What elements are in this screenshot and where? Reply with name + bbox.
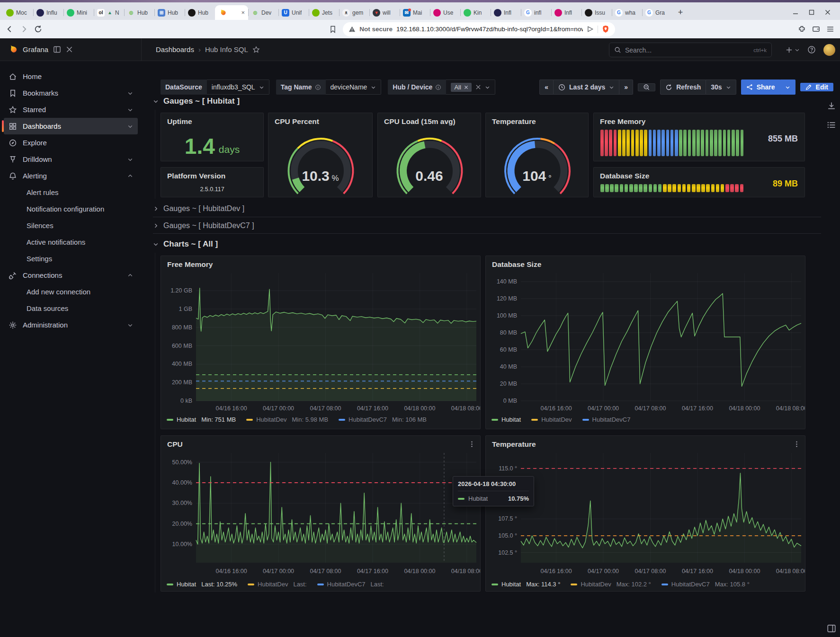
browser-tab[interactable]: ◎Hub: [124, 5, 154, 20]
sidebar-item-alert-rules[interactable]: Alert rules: [4, 184, 138, 201]
brave-shield-icon[interactable]: [602, 25, 609, 33]
browser-tab[interactable]: ◎Dev: [248, 5, 278, 20]
time-shift-back-button[interactable]: «: [539, 80, 554, 95]
sidebar-item-silences[interactable]: Silences: [4, 217, 138, 234]
legend-item-hubitatdevc7[interactable]: HubitatDevC7Last:: [317, 581, 384, 588]
section-charts-all[interactable]: Charts ~ [ All ]: [153, 239, 218, 249]
tab-close-icon[interactable]: ×: [241, 9, 245, 16]
legend-item-hubitat[interactable]: HubitatMax: 114.3 °: [491, 581, 560, 588]
add-new-button[interactable]: [786, 46, 800, 53]
export-download-icon[interactable]: [827, 101, 836, 111]
back-button[interactable]: [6, 25, 14, 33]
panel-list-icon[interactable]: [827, 120, 836, 130]
new-tab-button[interactable]: +: [674, 6, 687, 18]
sidebar-item-settings[interactable]: Settings: [4, 250, 138, 267]
dock-sidebar-icon[interactable]: [53, 45, 61, 53]
reload-button[interactable]: [34, 25, 42, 33]
browser-tab[interactable]: ᴥgem: [339, 5, 369, 20]
section-gauges-hubitat[interactable]: Gauges ~ [ Hubitat ]: [153, 97, 240, 106]
chevron-down-icon[interactable]: [127, 90, 133, 96]
sidebar-item-notification-configuration[interactable]: Notification configuration: [4, 201, 138, 217]
window-minimize-button[interactable]: [793, 9, 798, 15]
refresh-button[interactable]: Refresh: [660, 80, 706, 95]
browser-tab[interactable]: Mini: [63, 5, 94, 20]
chevron-up-icon[interactable]: [127, 273, 133, 278]
favorite-star-icon[interactable]: [252, 46, 260, 53]
browser-tab[interactable]: GGra: [642, 5, 672, 20]
legend-item-hubitatdev[interactable]: HubitatDevLast:: [248, 581, 307, 588]
time-range-picker[interactable]: Last 2 days: [554, 80, 619, 95]
hub-device-variable[interactable]: Hub / Device All: [388, 80, 495, 95]
chevron-down-icon[interactable]: [127, 322, 133, 328]
legend-item-hubitatdevc7[interactable]: HubitatDevC7Min: 106 MB: [339, 416, 427, 423]
sidebar-item-connections[interactable]: Connections: [4, 267, 138, 283]
browser-tab-active-grafana[interactable]: ×: [215, 5, 248, 20]
clear-selection-icon[interactable]: [475, 84, 481, 90]
breadcrumb-dashboards[interactable]: Dashboards: [156, 45, 194, 53]
chart-plot-cpu[interactable]: 50.00%40.00%30.00%20.00%10.00%04/16 16:0…: [161, 436, 480, 591]
sidebar-item-explore[interactable]: Explore: [4, 134, 138, 151]
edit-button[interactable]: Edit: [800, 83, 833, 91]
help-icon[interactable]: [807, 45, 816, 54]
dock-panel-right-icon[interactable]: [827, 624, 836, 633]
legend-item-hubitat[interactable]: HubitatLast: 10.25%: [167, 581, 237, 588]
grafana-logo[interactable]: [8, 44, 18, 55]
browser-tab[interactable]: Gwha: [612, 5, 642, 20]
browser-tab[interactable]: Hub: [185, 5, 215, 20]
chevron-up-icon[interactable]: [127, 173, 133, 179]
browser-tab[interactable]: Moc: [3, 5, 33, 20]
zoom-out-time-button[interactable]: [638, 83, 655, 91]
sidebar-item-active-notifications[interactable]: Active notifications: [4, 234, 138, 250]
browser-tab[interactable]: UUnif: [278, 5, 309, 20]
sidebar-item-data-sources[interactable]: Data sources: [4, 300, 138, 317]
hub-device-chip-all[interactable]: All: [451, 83, 471, 92]
browser-tab[interactable]: ✉Mai: [400, 5, 430, 20]
chevron-down-icon[interactable]: [127, 124, 133, 129]
time-shift-forward-button[interactable]: »: [619, 80, 633, 95]
send-to-device-icon[interactable]: [587, 26, 594, 33]
datasource-variable[interactable]: DataSource influxdb3_SQL: [161, 80, 269, 95]
search-input[interactable]: Search... ctrl+k: [609, 43, 772, 57]
browser-tab[interactable]: Use: [430, 5, 460, 20]
legend-item-hubitatdevc7[interactable]: HubitatDevC7: [582, 416, 631, 423]
legend-item-hubitatdev[interactable]: HubitatDev: [531, 416, 572, 423]
refresh-interval-dropdown[interactable]: 30s: [706, 80, 736, 95]
legend-item-hubitat[interactable]: HubitatMin: 751 MB: [167, 416, 236, 423]
browser-tab[interactable]: Jets: [309, 5, 339, 20]
browser-tab[interactable]: ⊞Hub: [154, 5, 185, 20]
tagname-variable[interactable]: Tag Name deviceName: [276, 80, 382, 95]
forward-button[interactable]: [20, 25, 28, 33]
user-avatar[interactable]: [823, 44, 835, 56]
wallet-icon[interactable]: [812, 25, 820, 33]
bookmark-icon[interactable]: [329, 26, 337, 33]
sidebar-item-administration[interactable]: Administration: [4, 317, 138, 333]
sidebar-item-home[interactable]: Home: [4, 68, 138, 85]
share-dropdown[interactable]: [780, 80, 795, 95]
legend-item-hubitatdev[interactable]: HubitatDevMax: 102.2 °: [571, 581, 651, 588]
chevron-down-icon[interactable]: [127, 157, 133, 162]
sidebar-item-starred[interactable]: Starred: [4, 101, 138, 118]
chevron-down-icon[interactable]: [127, 107, 133, 113]
url-field[interactable]: Not secure 192.168.1.10:3000/d/Fw9rvw47z…: [343, 22, 615, 36]
sidebar-item-alerting[interactable]: Alerting: [4, 168, 138, 184]
browser-tab[interactable]: Infl: [491, 5, 521, 20]
sidebar-item-bookmarks[interactable]: Bookmarks: [4, 85, 138, 101]
close-menu-icon[interactable]: [66, 46, 73, 53]
sidebar-item-drilldown[interactable]: Drilldown: [4, 151, 138, 168]
sidebar-item-dashboards[interactable]: Dashboards: [4, 118, 138, 134]
browser-tab[interactable]: Ginfl: [521, 5, 551, 20]
share-button[interactable]: Share: [741, 80, 780, 95]
browser-tab[interactable]: Kin: [460, 5, 491, 20]
sidebar-item-add-new-connection[interactable]: Add new connection: [4, 283, 138, 300]
legend-item-hubitatdev[interactable]: HubitatDevMin: 5.98 MB: [246, 416, 328, 423]
browser-tab[interactable]: Issu: [581, 5, 612, 20]
browser-tab[interactable]: Influ: [33, 5, 63, 20]
chart-plot-database-size[interactable]: 140 MB120 MB100 MB80 MB60 MB40 MB20 MB0 …: [486, 256, 805, 429]
browser-menu-icon[interactable]: [826, 25, 834, 33]
chart-plot-temperature[interactable]: 115.0 °107.5 °105.0 °102.5 °04/16 16:000…: [486, 436, 805, 591]
window-maximize-button[interactable]: [809, 9, 814, 15]
legend-item-hubitatdevc7[interactable]: HubitatDevC7Max: 105.8 °: [661, 581, 750, 588]
window-close-button[interactable]: [825, 9, 831, 15]
browser-tab[interactable]: ▾will: [369, 5, 400, 20]
browser-tab[interactable]: Infl: [551, 5, 581, 20]
